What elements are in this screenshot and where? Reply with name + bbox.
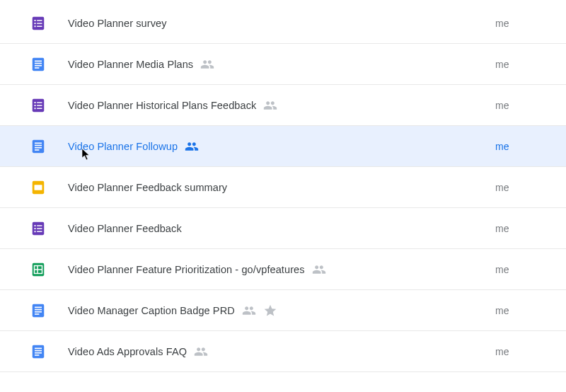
file-row[interactable]: Video Planner Feature Prioritization - g… xyxy=(0,249,566,290)
file-name-wrap: Video Planner Media Plans xyxy=(68,57,495,71)
svg-rect-44 xyxy=(35,350,42,351)
file-owner: me xyxy=(495,223,529,234)
file-row[interactable]: Video Ads Approvals FAQme xyxy=(0,331,566,372)
file-name-wrap: Video Manager Caption Badge PRD xyxy=(68,304,495,318)
file-row[interactable]: Video Planner Feedbackme xyxy=(0,208,566,249)
svg-rect-5 xyxy=(35,25,36,27)
svg-rect-1 xyxy=(35,19,36,21)
shared-icon xyxy=(312,263,326,277)
svg-rect-30 xyxy=(37,228,42,229)
svg-rect-46 xyxy=(35,354,39,356)
svg-rect-13 xyxy=(35,101,36,103)
svg-rect-17 xyxy=(35,108,36,109)
svg-rect-31 xyxy=(35,231,36,232)
docs-file-icon xyxy=(30,138,47,155)
svg-rect-21 xyxy=(35,144,42,146)
file-owner: me xyxy=(495,100,529,111)
file-name-wrap: Video Planner Feedback xyxy=(68,223,495,234)
svg-rect-10 xyxy=(35,64,42,66)
file-owner: me xyxy=(495,305,529,316)
forms-file-icon xyxy=(30,220,47,237)
docs-file-icon xyxy=(30,56,47,73)
svg-rect-25 xyxy=(35,185,42,190)
file-name: Video Planner Feedback summary xyxy=(68,182,227,193)
file-row[interactable]: Video Manager Caption Badge PRDme xyxy=(0,290,566,331)
file-owner: me xyxy=(495,18,529,29)
svg-rect-28 xyxy=(37,225,42,226)
file-owner: me xyxy=(495,346,529,357)
file-row[interactable]: Video Planner Followupme xyxy=(0,126,566,167)
svg-rect-4 xyxy=(37,23,42,23)
file-name-wrap: Video Planner Feature Prioritization - g… xyxy=(68,263,495,277)
svg-rect-45 xyxy=(35,352,42,353)
svg-rect-3 xyxy=(35,23,36,24)
svg-rect-8 xyxy=(35,60,42,62)
shared-icon xyxy=(200,57,214,71)
file-name-wrap: Video Planner Historical Plans Feedback xyxy=(68,98,495,113)
file-name: Video Planner Feature Prioritization - g… xyxy=(68,264,305,275)
file-name: Video Manager Caption Badge PRD xyxy=(68,305,235,316)
shared-icon xyxy=(242,304,256,318)
svg-rect-20 xyxy=(35,142,42,144)
file-name: Video Ads Approvals FAQ xyxy=(68,346,187,357)
svg-rect-40 xyxy=(35,311,42,312)
forms-file-icon xyxy=(30,97,47,114)
shared-icon xyxy=(263,98,277,113)
file-row[interactable]: Video Planner Feedback summaryme xyxy=(0,167,566,208)
file-name: Video Planner Media Plans xyxy=(68,59,193,70)
svg-rect-42 xyxy=(33,345,45,357)
svg-rect-38 xyxy=(35,306,42,308)
file-name: Video Planner Historical Plans Feedback xyxy=(68,100,256,111)
file-owner: me xyxy=(495,141,529,152)
slides-file-icon xyxy=(30,179,47,196)
svg-rect-18 xyxy=(37,108,42,108)
file-name: Video Planner Followup xyxy=(68,141,178,152)
svg-rect-19 xyxy=(33,139,45,152)
svg-rect-27 xyxy=(35,224,36,226)
svg-rect-29 xyxy=(35,228,36,229)
svg-rect-11 xyxy=(35,67,39,69)
star-icon xyxy=(263,304,277,318)
svg-rect-41 xyxy=(35,313,39,315)
svg-rect-16 xyxy=(37,105,42,105)
svg-rect-9 xyxy=(35,62,42,64)
svg-rect-14 xyxy=(37,102,42,103)
file-name-wrap: Video Planner Followup xyxy=(68,139,495,154)
svg-rect-22 xyxy=(35,146,42,148)
svg-rect-43 xyxy=(35,347,42,349)
file-name: Video Planner survey xyxy=(68,18,167,29)
file-owner: me xyxy=(495,182,529,193)
file-owner: me xyxy=(495,264,529,275)
file-row[interactable]: Video Planner Media Plansme xyxy=(0,44,566,85)
forms-file-icon xyxy=(30,15,47,32)
svg-rect-6 xyxy=(37,25,42,26)
svg-rect-15 xyxy=(35,105,36,106)
file-name-wrap: Video Ads Approvals FAQ xyxy=(68,345,495,359)
file-owner: me xyxy=(495,59,529,70)
shared-icon xyxy=(194,345,208,359)
sheets-file-icon xyxy=(30,261,47,278)
svg-rect-39 xyxy=(35,309,42,310)
file-name-wrap: Video Planner survey xyxy=(68,18,495,29)
shared-icon xyxy=(185,139,199,154)
file-list: Video Planner surveymeVideo Planner Medi… xyxy=(0,0,566,372)
svg-rect-37 xyxy=(33,304,45,316)
svg-rect-2 xyxy=(37,20,42,21)
docs-file-icon xyxy=(30,343,47,360)
docs-file-icon xyxy=(30,302,47,319)
svg-rect-32 xyxy=(37,231,42,231)
file-row[interactable]: Video Planner surveyme xyxy=(0,3,566,44)
file-row[interactable]: Video Planner Historical Plans Feedbackm… xyxy=(0,85,566,126)
svg-rect-23 xyxy=(35,149,39,151)
svg-rect-7 xyxy=(33,57,45,70)
file-name: Video Planner Feedback xyxy=(68,223,182,234)
file-name-wrap: Video Planner Feedback summary xyxy=(68,182,495,193)
